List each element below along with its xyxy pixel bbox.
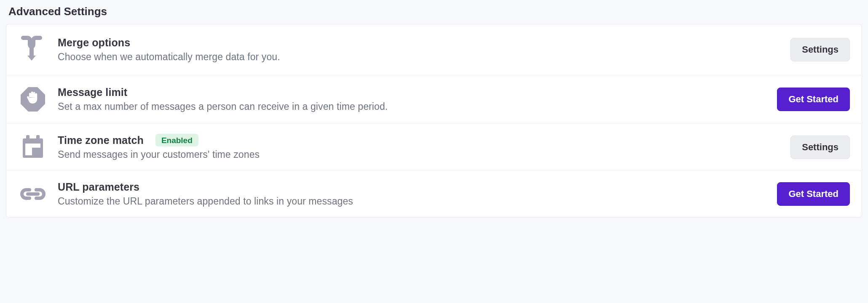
row-text: URL parameters Customize the URL paramet…	[58, 181, 767, 207]
get-started-button[interactable]: Get Started	[777, 88, 850, 111]
row-url-parameters: URL parameters Customize the URL paramet…	[6, 171, 862, 217]
get-started-button[interactable]: Get Started	[777, 182, 850, 206]
item-title: Merge options	[58, 37, 130, 49]
item-title: Message limit	[58, 86, 127, 98]
row-text: Merge options Choose when we automatical…	[58, 37, 780, 63]
svg-rect-5	[26, 135, 29, 141]
settings-button[interactable]: Settings	[790, 136, 850, 159]
item-desc: Send messages in your customers' time zo…	[58, 149, 780, 160]
row-time-zone-match: Time zone match Enabled Send messages in…	[6, 124, 862, 171]
item-title: Time zone match	[58, 134, 144, 146]
merge-icon	[18, 35, 48, 65]
row-message-limit: Message limit Set a max number of messag…	[6, 75, 862, 124]
row-merge-options: Merge options Choose when we automatical…	[6, 24, 862, 75]
svg-rect-6	[36, 135, 40, 141]
settings-button[interactable]: Settings	[790, 38, 850, 61]
item-title: URL parameters	[58, 181, 139, 193]
section-title: Advanced Settings	[6, 3, 862, 24]
row-text: Time zone match Enabled Send messages in…	[58, 134, 780, 160]
calendar-icon	[18, 135, 48, 159]
svg-rect-4	[32, 148, 40, 155]
hand-stop-icon	[18, 85, 48, 113]
advanced-settings-page: Advanced Settings Merge options Choose w…	[0, 0, 868, 223]
enabled-badge: Enabled	[155, 134, 198, 146]
link-icon	[18, 186, 48, 202]
advanced-settings-panel: Merge options Choose when we automatical…	[6, 24, 862, 218]
item-desc: Customize the URL parameters appended to…	[58, 196, 767, 207]
item-desc: Set a max number of messages a person ca…	[58, 101, 767, 112]
row-text: Message limit Set a max number of messag…	[58, 86, 767, 112]
item-desc: Choose when we automatically merge data …	[58, 51, 780, 63]
